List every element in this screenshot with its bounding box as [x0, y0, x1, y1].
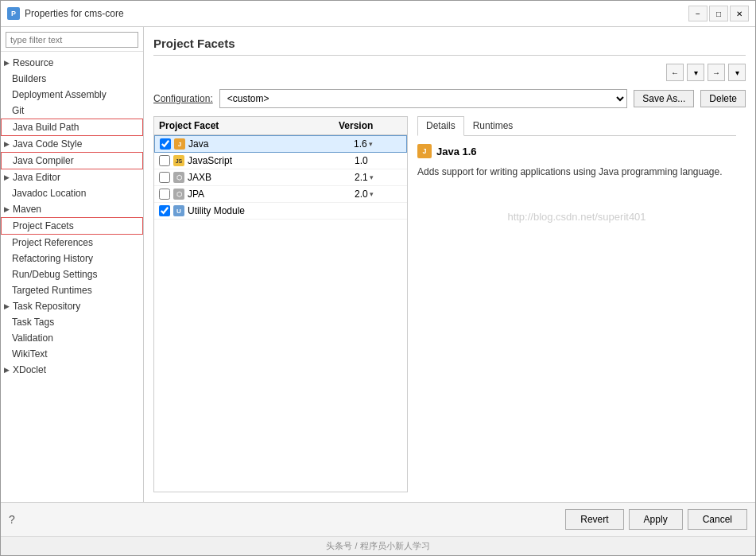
revert-button[interactable]: Revert	[565, 509, 623, 530]
sidebar: ▶ResourceBuildersDeployment AssemblyGitJ…	[1, 27, 144, 502]
java-details-icon: J	[417, 144, 432, 158]
facet-row-jaxb[interactable]: ⬡ JAXB 2.1 ▾	[154, 169, 407, 186]
facet-name-jpa: JPA	[188, 189, 355, 200]
sidebar-item-javadoc-location[interactable]: Javadoc Location	[1, 185, 143, 201]
search-input[interactable]	[6, 32, 138, 48]
details-content: J Java 1.6 Adds support for writing appl…	[417, 144, 736, 492]
facet-version-jaxb: 2.1 ▾	[355, 172, 402, 183]
expand-arrow-java-editor: ▶	[4, 173, 10, 181]
sidebar-item-task-tags[interactable]: Task Tags	[1, 314, 143, 330]
facet-name-jaxb: JAXB	[188, 172, 355, 183]
facet-version-jpa: 2.0 ▾	[355, 189, 402, 200]
main-panel: Project Facets ← ▾ → ▾ Configuration: <c…	[144, 27, 755, 502]
utility-module-icon: U	[173, 205, 184, 216]
expand-arrow-xdoclet: ▶	[4, 366, 10, 374]
facet-row-jpa[interactable]: ⬡ JPA 2.0 ▾	[154, 186, 407, 203]
delete-button[interactable]: Delete	[700, 90, 746, 107]
sidebar-label-java-editor: Java Editor	[13, 172, 60, 183]
sidebar-label-task-repository: Task Repository	[13, 301, 80, 312]
facet-rows: J Java 1.6 ▾ JS JavaS	[154, 135, 407, 492]
sidebar-label-targeted-runtimes: Targeted Runtimes	[12, 285, 92, 296]
version-dropdown-jaxb: 2.1 ▾	[355, 172, 402, 183]
sidebar-item-targeted-runtimes[interactable]: Targeted Runtimes	[1, 282, 143, 298]
col-version: Version	[339, 120, 402, 131]
col-project-facet: Project Facet	[159, 120, 339, 131]
sidebar-item-java-editor[interactable]: ▶Java Editor	[1, 169, 143, 185]
expand-arrow-task-repository: ▶	[4, 302, 10, 310]
version-dropdown-arrow-jaxb[interactable]: ▾	[370, 173, 374, 181]
sidebar-list: ▶ResourceBuildersDeployment AssemblyGitJ…	[1, 52, 143, 502]
sidebar-item-java-compiler[interactable]: Java Compiler	[1, 152, 143, 169]
sidebar-label-java-build-path: Java Build Path	[13, 122, 79, 133]
sidebar-label-deployment-assembly: Deployment Assembly	[12, 89, 107, 100]
help-icon[interactable]: ?	[9, 513, 15, 526]
sidebar-item-wikitext[interactable]: WikiText	[1, 346, 143, 362]
back-button[interactable]: ←	[666, 64, 684, 81]
sidebar-item-validation[interactable]: Validation	[1, 330, 143, 346]
config-label: Configuration:	[153, 93, 213, 104]
forward-button[interactable]: →	[708, 64, 725, 81]
main-window: P Properties for cms-core − □ ✕ ▶Resourc…	[0, 0, 756, 556]
details-description: Adds support for writing applications us…	[417, 165, 736, 179]
sidebar-label-wikitext: WikiText	[12, 348, 48, 360]
footer-watermark: 头条号 / 程序员小新人学习	[1, 536, 755, 555]
cancel-button[interactable]: Cancel	[688, 509, 747, 530]
sidebar-label-project-facets: Project Facets	[13, 220, 74, 231]
sidebar-item-task-repository[interactable]: ▶Task Repository	[1, 298, 143, 314]
maximize-button[interactable]: □	[709, 6, 728, 21]
version-dropdown-arrow-java[interactable]: ▾	[369, 140, 373, 148]
sidebar-item-project-facets[interactable]: Project Facets	[1, 217, 143, 235]
sidebar-item-java-code-style[interactable]: ▶Java Code Style	[1, 136, 143, 152]
expand-arrow-maven: ▶	[4, 205, 10, 213]
watermark-text: http://blog.csdn.net/superit401	[417, 211, 736, 223]
dropdown2-arrow-button[interactable]: ▾	[728, 64, 746, 81]
facet-checkbox-javascript[interactable]	[159, 155, 170, 166]
sidebar-item-run-debug-settings[interactable]: Run/Debug Settings	[1, 266, 143, 282]
title-controls: − □ ✕	[688, 6, 749, 21]
sidebar-item-resource[interactable]: ▶Resource	[1, 55, 143, 71]
facet-checkbox-java[interactable]	[160, 138, 171, 150]
sidebar-label-run-debug-settings: Run/Debug Settings	[12, 269, 97, 280]
facet-checkbox-jaxb[interactable]	[159, 172, 170, 183]
facet-name-utility-module: Utility Module	[188, 205, 355, 216]
java-version-header: J Java 1.6	[417, 144, 736, 158]
dropdown-arrow-button[interactable]: ▾	[687, 64, 704, 81]
facet-name-java: Java	[188, 138, 354, 150]
sidebar-item-refactoring-history[interactable]: Refactoring History	[1, 251, 143, 266]
java-icon: J	[174, 138, 185, 150]
minimize-button[interactable]: −	[688, 6, 708, 21]
details-tabs: Details Runtimes	[417, 116, 736, 136]
sidebar-item-maven[interactable]: ▶Maven	[1, 201, 143, 217]
close-button[interactable]: ✕	[730, 6, 749, 21]
facet-row-utility-module[interactable]: U Utility Module	[154, 203, 407, 220]
save-as-button[interactable]: Save As...	[634, 90, 694, 107]
tab-runtimes[interactable]: Runtimes	[464, 116, 522, 135]
sidebar-item-builders[interactable]: Builders	[1, 71, 143, 87]
facet-row-javascript[interactable]: JS JavaScript 1.0	[154, 153, 407, 169]
panel-title: Project Facets	[153, 37, 746, 56]
apply-button[interactable]: Apply	[629, 509, 683, 530]
sidebar-label-builders: Builders	[12, 73, 46, 84]
sidebar-label-maven: Maven	[13, 204, 41, 215]
search-box	[1, 27, 143, 52]
sidebar-item-deployment-assembly[interactable]: Deployment Assembly	[1, 87, 143, 103]
toolbar-row: ← ▾ → ▾	[153, 64, 746, 81]
config-select[interactable]: <custom>	[219, 89, 628, 108]
facet-name-javascript: JavaScript	[188, 155, 355, 166]
sidebar-item-xdoclet[interactable]: ▶XDoclet	[1, 362, 143, 378]
facet-row-java[interactable]: J Java 1.6 ▾	[154, 135, 407, 153]
sidebar-item-java-build-path[interactable]: Java Build Path	[1, 119, 143, 136]
facet-checkbox-utility-module[interactable]	[159, 205, 170, 216]
sidebar-label-resource: Resource	[13, 57, 53, 68]
facet-table-panel: Project Facet Version J Java 1.6 ▾	[153, 116, 408, 492]
bottom-buttons: Revert Apply Cancel	[565, 509, 747, 530]
sidebar-label-git: Git	[12, 105, 24, 116]
facet-checkbox-jpa[interactable]	[159, 189, 170, 200]
sidebar-label-refactoring-history: Refactoring History	[12, 253, 93, 264]
sidebar-item-project-references[interactable]: Project References	[1, 235, 143, 251]
sidebar-label-xdoclet: XDoclet	[13, 364, 46, 375]
tab-details[interactable]: Details	[417, 116, 464, 136]
sidebar-item-git[interactable]: Git	[1, 103, 143, 119]
sidebar-label-task-tags: Task Tags	[12, 317, 54, 328]
version-dropdown-arrow-jpa[interactable]: ▾	[370, 190, 374, 198]
